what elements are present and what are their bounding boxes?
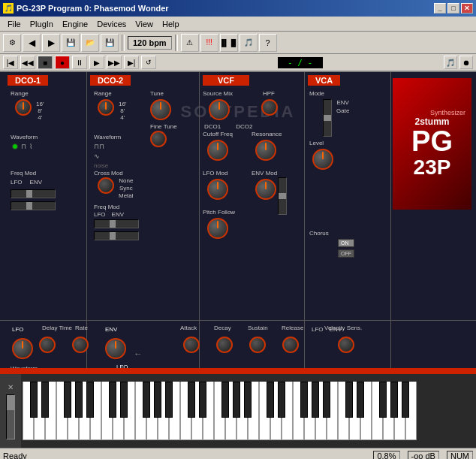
close-button[interactable]: ✕ bbox=[461, 3, 473, 14]
lfo-rate-knob[interactable] bbox=[72, 337, 89, 353]
black-gs4[interactable] bbox=[312, 382, 319, 418]
transport-play[interactable]: ▶ bbox=[89, 56, 104, 69]
black-cs3[interactable] bbox=[188, 382, 195, 418]
black-fs3[interactable] bbox=[221, 382, 229, 418]
attack-knob[interactable] bbox=[183, 337, 200, 353]
dco2-finetune-knob[interactable] bbox=[150, 131, 167, 147]
transport-record[interactable]: ● bbox=[55, 56, 70, 69]
black-fs4[interactable] bbox=[300, 382, 308, 418]
dco2-env-slider[interactable] bbox=[94, 231, 139, 240]
toolbar-btn-fwd[interactable]: ▶ bbox=[42, 34, 60, 52]
piano-keys-container[interactable]: // This script is for layout only; keys … bbox=[23, 382, 476, 442]
black-ds1[interactable] bbox=[41, 382, 49, 418]
toolbar-exclaim[interactable]: !!! bbox=[200, 34, 218, 52]
menu-view[interactable]: View bbox=[131, 17, 158, 31]
vca-mode-switch[interactable] bbox=[323, 99, 332, 137]
dco1-range-knob[interactable] bbox=[15, 99, 32, 116]
position-display: - / - bbox=[278, 57, 323, 68]
vcf-pitchfollow-knob[interactable] bbox=[207, 218, 228, 239]
menu-plugin[interactable]: PlugIn bbox=[26, 17, 58, 31]
toolbar-btn-save[interactable]: 💾 bbox=[62, 34, 80, 52]
dco1-8: 8' bbox=[36, 107, 44, 114]
black-as5[interactable] bbox=[402, 382, 409, 418]
env-knob[interactable] bbox=[105, 338, 126, 359]
black-cs2[interactable] bbox=[109, 382, 116, 418]
menu-devices[interactable]: Devices bbox=[92, 17, 131, 31]
vcf-envmod-knob[interactable] bbox=[255, 179, 276, 200]
sep-vca-logo bbox=[390, 72, 391, 373]
bpm-display[interactable]: 120 bpm bbox=[128, 36, 172, 50]
velocity-knob[interactable] bbox=[338, 337, 354, 353]
lfo-delay-knob[interactable] bbox=[39, 337, 56, 353]
black-as1[interactable] bbox=[86, 382, 94, 418]
chorus-on-btn[interactable]: ON bbox=[338, 239, 354, 247]
black-ds4[interactable] bbox=[278, 382, 285, 418]
black-gs2[interactable] bbox=[154, 382, 161, 418]
vcf-hpf-knob[interactable] bbox=[261, 99, 278, 116]
maximize-button[interactable]: □ bbox=[447, 3, 459, 14]
piano-scrollbar[interactable] bbox=[6, 394, 15, 439]
toolbar-btn-6[interactable]: 🎵 bbox=[240, 34, 258, 52]
vcf-lfomod-knob[interactable] bbox=[207, 179, 228, 200]
dco1-lfo-slider[interactable] bbox=[11, 189, 56, 198]
toolbar-btn-open[interactable]: 📂 bbox=[81, 34, 99, 52]
vcf-slider[interactable] bbox=[278, 177, 287, 215]
transport-rewind[interactable]: ◀◀ bbox=[20, 56, 35, 69]
black-ds3[interactable] bbox=[199, 382, 206, 418]
vcf-resonance-knob[interactable] bbox=[255, 140, 276, 161]
black-gs3[interactable] bbox=[233, 382, 240, 418]
black-cs4[interactable] bbox=[267, 382, 274, 418]
toolbar-midi[interactable]: ▐▌▐▌ bbox=[220, 34, 238, 52]
piano-scroll[interactable]: ✕ bbox=[0, 374, 21, 448]
vcf-cutoff-label: Cutoff Freq bbox=[203, 131, 233, 137]
menu-help[interactable]: Help bbox=[158, 17, 184, 31]
dco2-lfo-slider[interactable] bbox=[94, 219, 139, 228]
transport-begin[interactable]: |◀ bbox=[3, 56, 18, 69]
sustain-knob[interactable] bbox=[249, 337, 266, 353]
black-ds2[interactable] bbox=[120, 382, 128, 418]
black-cs5[interactable] bbox=[345, 382, 353, 418]
dco2-metal: Metal bbox=[119, 192, 134, 199]
transport-mini-1[interactable]: 🎵 bbox=[444, 56, 457, 69]
dco2-tune-knob[interactable] bbox=[150, 99, 171, 120]
transport-mini-2[interactable]: ⏺ bbox=[459, 56, 473, 69]
black-fs1[interactable] bbox=[64, 382, 71, 418]
black-gs5[interactable] bbox=[390, 382, 398, 418]
vcf-slider-thumb bbox=[279, 193, 286, 199]
black-fs2[interactable] bbox=[143, 382, 150, 418]
toolbar-btn-back[interactable]: ◀ bbox=[23, 34, 41, 52]
menu-engine[interactable]: Engine bbox=[58, 17, 92, 31]
dco2-range-label: Range bbox=[94, 90, 112, 97]
release-knob[interactable] bbox=[282, 337, 299, 353]
vca-level-knob[interactable] bbox=[312, 149, 333, 170]
lfo-knob[interactable] bbox=[12, 338, 33, 359]
decay-knob[interactable] bbox=[216, 337, 233, 353]
black-as4[interactable] bbox=[323, 382, 330, 418]
black-as3[interactable] bbox=[244, 382, 252, 418]
transport-loop[interactable]: ↺ bbox=[141, 56, 156, 69]
menu-file[interactable]: File bbox=[3, 17, 26, 31]
black-fs5[interactable] bbox=[379, 382, 387, 418]
dco2-crossmod-knob[interactable] bbox=[98, 177, 114, 194]
black-ds5[interactable] bbox=[357, 382, 364, 418]
dco1-waveform-led[interactable] bbox=[12, 143, 18, 149]
black-gs1[interactable] bbox=[75, 382, 83, 418]
vcf-sourcemix-knob[interactable] bbox=[209, 99, 230, 120]
black-as2[interactable] bbox=[165, 382, 173, 418]
transport-ff[interactable]: ▶▶ bbox=[107, 56, 122, 69]
transport-pause[interactable]: ⏸ bbox=[72, 56, 87, 69]
black-cs1[interactable] bbox=[30, 382, 38, 418]
transport-end[interactable]: ▶| bbox=[124, 56, 139, 69]
vcf-cutoff-knob[interactable] bbox=[207, 140, 228, 161]
dco1-waveform-controls: ⊓ ⌇ bbox=[12, 143, 32, 150]
toolbar-help[interactable]: ? bbox=[259, 34, 277, 52]
dco1-env-slider[interactable] bbox=[11, 201, 56, 210]
chorus-off-btn[interactable]: OFF bbox=[338, 249, 354, 258]
toolbar-warn[interactable]: ⚠ bbox=[181, 34, 199, 52]
dco2-range-knob[interactable] bbox=[98, 99, 114, 116]
transport-stop[interactable]: ■ bbox=[38, 56, 53, 69]
minimize-button[interactable]: _ bbox=[434, 3, 446, 14]
toolbar-btn-save2[interactable]: 💾 bbox=[101, 34, 119, 52]
vcf-dco1: DCO1 bbox=[204, 123, 221, 130]
toolbar-btn-1[interactable]: ⚙ bbox=[3, 34, 21, 52]
